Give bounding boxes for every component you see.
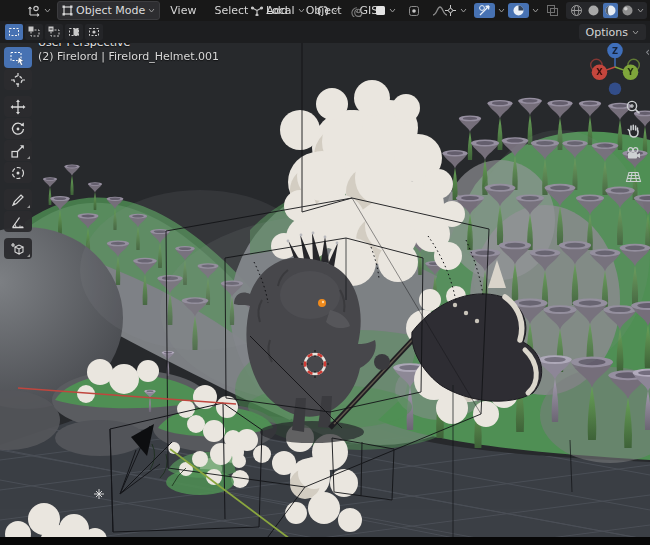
zoom-button[interactable]	[623, 97, 643, 117]
gizmo-y-label: Y	[627, 67, 635, 77]
show-gizmos-toggle[interactable]	[440, 3, 471, 18]
options-label: Options	[586, 26, 628, 39]
menu-view[interactable]: View	[162, 0, 204, 21]
tool-cursor[interactable]	[4, 69, 32, 90]
chevron-down-icon[interactable]	[498, 8, 505, 13]
chevron-down-icon	[632, 30, 639, 35]
chevron-down-icon[interactable]	[637, 8, 644, 13]
tool-annotate[interactable]	[4, 189, 32, 210]
tool-select-box[interactable]	[4, 47, 32, 68]
active-object-label: (2) Firelord | Firelord_Helmet.001	[38, 50, 219, 63]
pan-hand-button[interactable]	[623, 120, 643, 140]
shading-mode-group	[566, 2, 647, 19]
tool-transform[interactable]	[4, 162, 32, 183]
chevron-down-icon	[44, 8, 51, 13]
eye	[318, 299, 326, 307]
sphere-sector-icon	[512, 4, 525, 17]
shading-solid-button[interactable]	[586, 3, 601, 18]
chevron-down-icon	[298, 8, 305, 13]
select-mode-intersect[interactable]	[85, 24, 103, 40]
transform-orientation-dropdown[interactable]: Local	[247, 3, 309, 18]
mode-dropdown[interactable]: Object Mode	[57, 1, 160, 20]
blender-window: Object Mode View Select Add Object GIS L…	[0, 0, 650, 545]
toggle-xray[interactable]	[542, 3, 563, 18]
tool-scale[interactable]	[4, 140, 32, 161]
viewport-canvas[interactable]	[0, 0, 650, 545]
select-mode-invert[interactable]	[65, 24, 83, 40]
snap-target-dropdown[interactable]	[371, 4, 400, 17]
tool-settings-bar: Options	[0, 21, 650, 43]
shading-wireframe-button[interactable]	[569, 3, 584, 18]
select-mode-subtract[interactable]	[45, 24, 63, 40]
proportional-editing-toggle[interactable]	[347, 4, 367, 18]
mode-label: Object Mode	[76, 4, 145, 17]
pivot-dot-icon	[408, 5, 420, 17]
chevron-down-icon	[148, 8, 155, 13]
pivot-point-button[interactable]	[404, 4, 424, 18]
select-mode-set[interactable]	[5, 24, 23, 40]
gizmo-z-label: Z	[612, 46, 618, 56]
xray-icon	[546, 4, 559, 17]
sidebar-collapse-arrow[interactable]: ‹	[645, 45, 650, 59]
viewport-header: Object Mode View Select Add Object GIS L…	[0, 0, 650, 21]
camera-view-button[interactable]	[623, 143, 643, 163]
object-mode-icon	[62, 5, 73, 16]
editor-type-button[interactable]	[23, 3, 55, 18]
options-dropdown[interactable]: Options	[579, 24, 646, 40]
snap-target-square-icon	[375, 5, 386, 16]
transform-orientation-icon	[251, 5, 263, 16]
shading-rendered-button[interactable]	[620, 3, 635, 18]
gizmos-icon	[444, 4, 457, 17]
snap-toggle[interactable]	[313, 4, 343, 18]
proportional-spiral-icon	[351, 5, 363, 17]
select-mode-extend[interactable]	[25, 24, 43, 40]
shading-material-button[interactable]	[603, 3, 618, 18]
orthographic-grid-button[interactable]	[623, 166, 643, 186]
bottom-letterbox	[0, 537, 650, 545]
chevron-down-icon[interactable]	[532, 8, 539, 13]
navigation-gizmo[interactable]: Z X Y	[586, 38, 644, 96]
chevron-down-icon	[460, 8, 467, 13]
show-overlays-toggle[interactable]	[474, 3, 495, 18]
select-mode-group	[5, 24, 103, 40]
subtool-indicator	[27, 156, 30, 159]
snap-magnet-icon	[317, 5, 329, 17]
gizmo-x-label: X	[596, 67, 603, 77]
tool-measure[interactable]	[4, 211, 32, 232]
subtool-indicator	[27, 205, 30, 208]
gizmo-neg-z-ball[interactable]	[609, 83, 621, 95]
xray-alt-toggle[interactable]	[508, 3, 529, 18]
viewport-nav-buttons	[623, 97, 643, 186]
tool-rotate[interactable]	[4, 118, 32, 139]
tool-move[interactable]	[4, 96, 32, 117]
chevron-down-icon	[332, 8, 339, 13]
orientation-label: Local	[266, 4, 295, 17]
overlays-icon	[478, 4, 491, 17]
tool-add-cube[interactable]	[4, 238, 32, 259]
editor-3d-viewport-icon	[27, 4, 41, 17]
toolbar	[4, 47, 32, 259]
chevron-down-icon	[389, 8, 396, 13]
subtool-indicator	[27, 254, 30, 257]
